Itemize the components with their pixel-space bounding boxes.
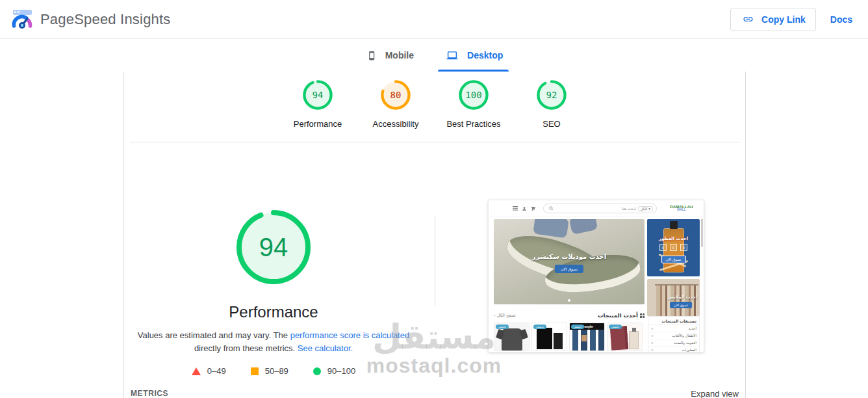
legend-fail: 0–49 <box>192 366 226 376</box>
hero-banner: احدث موديلات سكتشرز تسوق الان <box>494 219 645 304</box>
categories-heading: تصنيفات المنتجات <box>648 317 699 325</box>
best-practices-score-gauge: 100 <box>458 79 489 111</box>
section-divider <box>130 142 739 142</box>
category-row: ∨ العطورات <box>648 347 699 352</box>
link-icon <box>743 14 754 25</box>
metrics-heading: METRICS <box>131 389 168 398</box>
black-box-shape <box>554 333 563 349</box>
clothes-shop-button: تسوق الان <box>670 302 692 308</box>
best-practices-score-label: Best Practices <box>446 119 500 129</box>
expand-view-link[interactable]: Expand view <box>691 389 739 398</box>
site-preview-thumbnail[interactable]: ابحث هنا الكل▾ RAMALLAH MALL احدث موديلا… <box>488 200 704 352</box>
device-tabbar: Mobile Desktop <box>0 39 868 72</box>
legend-pass-range: 90–100 <box>327 366 355 376</box>
product-card-black-box: تخفيض <box>531 323 567 351</box>
score-legend: 0–49 50–89 90–100 <box>144 366 403 376</box>
chevron-down-icon: ∨ <box>651 341 654 345</box>
orange-square-icon <box>251 367 259 375</box>
copy-link-label: Copy Link <box>761 14 806 25</box>
disclaimer-text: Values are estimated and may vary. The <box>138 330 290 340</box>
clothes-panel-title: احدث الملابس <box>668 295 697 300</box>
tab-mobile-label: Mobile <box>385 50 414 60</box>
seo-score-value: 92 <box>536 79 567 111</box>
seo-score-label: SEO <box>542 119 560 129</box>
browse-all-link: ‹تصفح الكل <box>494 313 516 318</box>
chevron-down-icon: ∨ <box>651 334 654 338</box>
grid-icon <box>640 313 645 318</box>
clothes-rack-shape <box>656 285 697 316</box>
perfume-promo-panel: احدث العطور 0 0 0 تسوق الان <box>647 219 700 276</box>
denim-cuff-shape <box>533 219 569 238</box>
search-placeholder: ابحث هنا <box>622 206 636 211</box>
preview-scrollbar <box>701 219 703 247</box>
green-circle-icon <box>313 367 321 375</box>
denim-cuff-shape <box>569 219 598 235</box>
copy-link-button[interactable]: Copy Link <box>730 8 816 31</box>
tab-desktop[interactable]: Desktop <box>432 39 515 72</box>
report-card: 94 Performance 80 Accessibility 100 <box>123 72 746 398</box>
accessibility-score-gauge: 80 <box>380 79 411 111</box>
search-icon <box>549 206 554 211</box>
category-row: ∨ النعومة والصحة <box>648 339 699 347</box>
carousel-dot <box>568 299 570 302</box>
score-disclaimer: Values are estimated and may vary. The p… <box>131 329 416 355</box>
score-seo[interactable]: 92 SEO <box>513 79 591 129</box>
category-scores-row: 94 Performance 80 Accessibility 100 <box>124 79 745 129</box>
product-cards-row: تخفيض تخفيض تخفيض Wrangler تخفيض <box>494 323 645 351</box>
search-category-dropdown: الكل▾ <box>638 206 653 211</box>
accessibility-score-value: 80 <box>380 79 411 111</box>
chevron-down-icon: ∨ <box>651 348 654 352</box>
desktop-laptop-icon <box>446 50 459 61</box>
legend-average: 50–89 <box>251 366 288 376</box>
product-card-jeans: تخفيض Wrangler <box>569 323 605 351</box>
pagespeed-logo-icon[interactable] <box>10 9 34 30</box>
categories-panel: تصنيفات المنتجات ∨ أحذية ∨ الأطفال والأل… <box>648 316 700 352</box>
score-accessibility[interactable]: 80 Accessibility <box>357 79 435 129</box>
performance-score-value: 94 <box>302 79 333 111</box>
cart-icon <box>531 206 536 211</box>
docs-link[interactable]: Docs <box>830 14 852 25</box>
score-calculated-link[interactable]: performance score is calculated <box>290 330 410 340</box>
product-card-perfume: تخفيض <box>607 323 643 351</box>
performance-score-gauge: 94 <box>302 79 333 111</box>
performance-main-score: 94 <box>235 208 313 286</box>
chevron-down-icon: ∨ <box>651 326 654 330</box>
category-row: ∨ أحذية <box>648 325 699 332</box>
black-box-shape <box>537 328 552 349</box>
performance-main-gauge: 94 <box>235 208 313 286</box>
hamburger-menu-icon <box>513 206 518 211</box>
perfume-shop-button: تسوق الان <box>661 256 686 263</box>
preview-search-input: ابحث هنا الكل▾ <box>543 204 657 213</box>
legend-fail-range: 0–49 <box>207 366 226 376</box>
latest-products-heading: أحدث المنتجات <box>598 312 645 319</box>
user-icon <box>522 206 527 211</box>
metrics-bar: METRICS Expand view <box>131 389 739 398</box>
store-logo: RAMALLAH MALL <box>663 205 700 213</box>
products-heading-row: ‹تصفح الكل أحدث المنتجات <box>494 312 645 319</box>
accessibility-score-label: Accessibility <box>373 119 419 129</box>
clothes-promo-panel: احدث الملابس تسوق الان <box>647 279 700 316</box>
performance-section-title: Performance <box>144 303 403 321</box>
tshirt-shape <box>502 328 522 351</box>
score-best-practices[interactable]: 100 Best Practices <box>435 79 513 129</box>
see-calculator-link[interactable]: See calculator. <box>298 343 353 353</box>
tab-desktop-label: Desktop <box>467 50 503 60</box>
perfume-bottle-shape <box>629 331 639 349</box>
page-title: PageSpeed Insights <box>40 11 171 28</box>
seo-score-gauge: 92 <box>536 79 567 111</box>
performance-score-label: Performance <box>294 119 342 129</box>
disclaimer-text-2: directly from these metrics. <box>194 343 298 353</box>
best-practices-score-value: 100 <box>458 79 489 111</box>
legend-pass: 90–100 <box>313 366 355 376</box>
store-logo-line2: MALL <box>663 209 700 212</box>
preview-navbar: ابحث هنا الكل▾ RAMALLAH MALL <box>489 200 704 217</box>
hero-shop-button: تسوق الان <box>555 265 583 273</box>
app-header: PageSpeed Insights Copy Link Docs <box>0 0 868 39</box>
score-performance[interactable]: 94 Performance <box>279 79 357 129</box>
hero-title: احدث موديلات سكتشرز <box>494 253 645 260</box>
mobile-phone-icon <box>367 49 377 62</box>
header-actions: Copy Link Docs <box>730 8 852 31</box>
tab-mobile[interactable]: Mobile <box>353 39 426 72</box>
countdown-row: 0 0 0 <box>647 244 700 251</box>
product-card-tshirt: تخفيض <box>494 323 530 351</box>
